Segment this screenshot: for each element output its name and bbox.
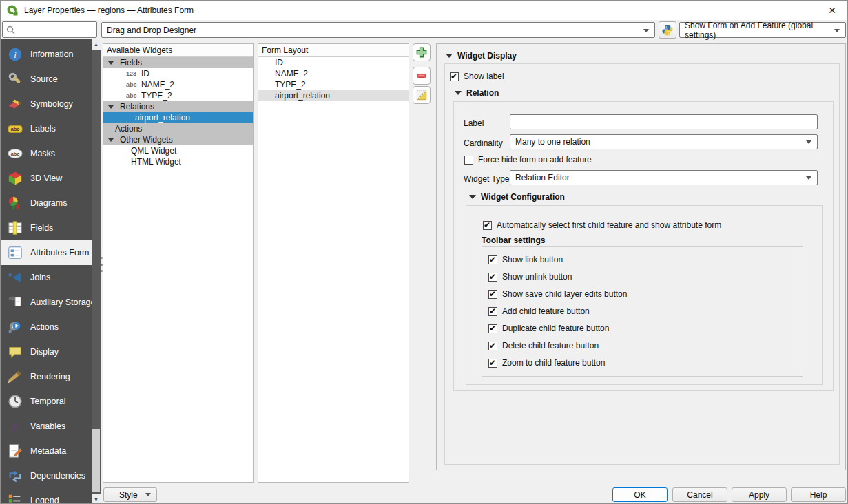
checkbox-checked-icon[interactable] (488, 324, 497, 333)
show-link-button-checkbox[interactable]: Show link button (488, 255, 563, 264)
show-unlink-button-checkbox[interactable]: Show unlink button (488, 272, 572, 282)
sidebar-item-source[interactable]: Source (1, 67, 92, 92)
scroll-up-icon[interactable]: ▲ (92, 39, 101, 50)
form-layout-item-name-2[interactable]: NAME_2 (258, 68, 409, 79)
show-form-on-add-feature-dropdown[interactable]: Show Form on Add Feature (global setting… (679, 22, 846, 38)
delete-child-feature-checkbox[interactable]: Delete child feature button (488, 341, 599, 350)
svg-text:i: i (14, 50, 17, 60)
svg-text:abc: abc (11, 151, 20, 157)
sidebar-item-metadata[interactable]: Metadata (1, 439, 92, 463)
plus-icon (415, 46, 428, 59)
tree-group-other-widgets[interactable]: Other Widgets (103, 134, 253, 145)
widget-configuration-section-header[interactable]: Widget Configuration (469, 192, 565, 202)
remove-widget-button[interactable] (413, 67, 431, 85)
python-init-button[interactable] (659, 21, 676, 39)
scrollbar-thumb[interactable] (92, 429, 100, 492)
cardinality-field-label: Cardinality (464, 138, 503, 148)
auto-select-first-child-checkbox[interactable]: Automatically select first child feature… (483, 220, 721, 230)
apply-button[interactable]: Apply (732, 487, 787, 502)
zoom-to-child-feature-checkbox[interactable]: Zoom to child feature button (488, 358, 605, 368)
abc-label-icon: abc (6, 120, 24, 137)
checkbox-checked-icon[interactable] (488, 255, 497, 264)
checkbox-checked-icon[interactable] (488, 342, 497, 350)
widget-display-frame: Show label Relation Label Cardinality Ma… (444, 63, 840, 465)
widget-type-label: Widget Type (464, 174, 509, 184)
label-input[interactable] (510, 114, 818, 129)
checkbox-unchecked-icon[interactable] (464, 156, 473, 165)
sidebar-item-diagrams[interactable]: Diagrams (1, 191, 92, 216)
widget-display-section-header[interactable]: Widget Display (446, 51, 517, 61)
sidebar-item-labels[interactable]: abc Labels (1, 116, 92, 141)
sidebar-item-3d-view[interactable]: 3D View (1, 166, 92, 191)
force-hide-form-checkbox[interactable]: Force hide form on add feature (464, 155, 592, 165)
sidebar-item-masks[interactable]: abc Masks (1, 141, 92, 166)
tree-item-id[interactable]: 123 ID (103, 68, 253, 79)
show-label-checkbox[interactable]: Show label (450, 72, 504, 81)
sidebar-item-dependencies[interactable]: Dependencies (1, 463, 92, 488)
add-child-feature-checkbox[interactable]: Add child feature button (488, 306, 590, 316)
scroll-down-icon[interactable]: ▼ (92, 494, 101, 504)
paintbrush-icon (6, 96, 24, 112)
sidebar-item-rendering[interactable]: Rendering (1, 364, 92, 389)
sidebar-item-information[interactable]: i Information (1, 42, 92, 67)
sidebar-item-auxiliary-storage[interactable]: Auxiliary Storage (1, 290, 92, 315)
chevron-down-icon[interactable] (108, 138, 114, 142)
editor-layout-value: Drag and Drop Designer (107, 25, 196, 35)
cardinality-dropdown[interactable]: Many to one relation (510, 134, 818, 149)
duplicate-child-feature-checkbox[interactable]: Duplicate child feature button (488, 324, 609, 333)
edit-widget-button[interactable] (413, 86, 431, 104)
form-layout-item-airport-relation[interactable]: airport_relation (258, 90, 409, 101)
minus-icon (415, 70, 428, 82)
tree-item-qml-widget[interactable]: QML Widget (103, 145, 253, 156)
search-input[interactable] (2, 21, 97, 38)
show-form-value: Show Form on Add Feature (global setting… (685, 21, 830, 40)
help-button[interactable]: Help (791, 487, 846, 502)
sidebar-item-variables[interactable]: ε Variables (1, 414, 92, 439)
chevron-down-icon[interactable] (108, 105, 114, 109)
tree-item-airport-relation[interactable]: airport_relation (103, 112, 253, 123)
sidebar-item-symbology[interactable]: Symbology (1, 92, 92, 116)
layer-properties-dialog: Layer Properties — regions — Attributes … (0, 0, 848, 504)
tree-item-name-2[interactable]: abc NAME_2 (103, 79, 253, 90)
editor-layout-dropdown[interactable]: Drag and Drop Designer (101, 22, 655, 38)
show-save-child-edits-checkbox[interactable]: Show save child layer edits button (488, 289, 627, 299)
checkbox-checked-icon[interactable] (488, 307, 497, 316)
cube-icon (6, 170, 24, 187)
sidebar-scrollbar[interactable]: ▲ ▼ (92, 39, 101, 504)
checkbox-checked-icon[interactable] (450, 72, 459, 81)
sidebar-item-attributes-form[interactable]: Attributes Form (1, 240, 92, 265)
tree-item-type-2[interactable]: abc TYPE_2 (103, 90, 253, 101)
checkbox-checked-icon[interactable] (488, 273, 497, 282)
tree-item-html-widget[interactable]: HTML Widget (103, 156, 253, 167)
chevron-down-icon[interactable] (108, 61, 114, 65)
window-title: Layer Properties — regions — Attributes … (24, 6, 194, 15)
ok-button[interactable]: OK (612, 487, 668, 502)
add-widget-button[interactable] (413, 43, 431, 61)
form-layout-panel: Form Layout ID NAME_2 TYPE_2 airport_rel… (258, 43, 409, 483)
form-layout-item-type-2[interactable]: TYPE_2 (258, 79, 409, 90)
style-menu-button[interactable]: Style (103, 487, 157, 502)
document-pencil-icon (6, 443, 24, 459)
sidebar-item-legend[interactable]: Legend (1, 488, 92, 504)
sidebar-item-actions[interactable]: Actions (1, 315, 92, 339)
cancel-button[interactable]: Cancel (672, 487, 727, 502)
tree-group-relations[interactable]: Relations (103, 101, 253, 112)
chevron-down-icon (469, 195, 476, 199)
form-layout-item-id[interactable]: ID (258, 57, 409, 68)
chevron-down-icon (145, 493, 151, 496)
tree-group-actions[interactable]: Actions (103, 123, 253, 134)
widget-type-dropdown[interactable]: Relation Editor (510, 170, 818, 185)
svg-text:ε: ε (12, 419, 18, 433)
tree-group-fields[interactable]: Fields (103, 57, 253, 68)
checkbox-checked-icon[interactable] (488, 359, 497, 368)
checkbox-checked-icon[interactable] (483, 221, 492, 230)
checkbox-checked-icon[interactable] (488, 290, 497, 299)
available-widgets-panel: Available Widgets Fields 123 ID abc NAME… (103, 43, 254, 483)
close-icon[interactable]: ✕ (823, 3, 842, 18)
form-icon (6, 244, 24, 261)
relation-section-header[interactable]: Relation (455, 88, 499, 98)
sidebar-item-fields[interactable]: Fields (1, 216, 92, 240)
sidebar-item-display[interactable]: Display (1, 339, 92, 364)
sidebar-item-temporal[interactable]: Temporal (1, 389, 92, 414)
sidebar-item-joins[interactable]: Joins (1, 265, 92, 290)
